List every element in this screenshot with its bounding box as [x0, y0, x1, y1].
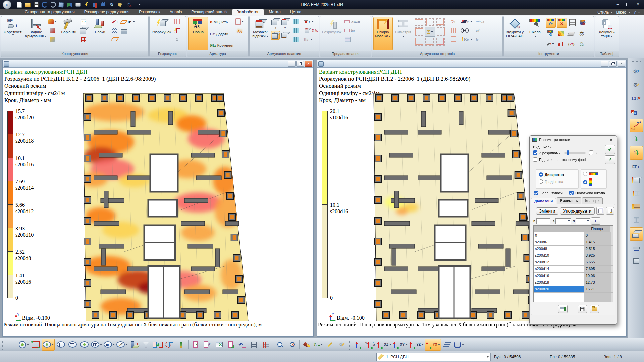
zoom-cancel-icon[interactable]: ✕ — [286, 339, 298, 350]
n-input[interactable] — [536, 218, 550, 224]
load-case-combo[interactable]: 1. РСН ДБН — [376, 353, 490, 361]
load-scale-icon[interactable] — [590, 305, 599, 313]
tab-calculation[interactable]: Розрахунок — [134, 9, 165, 15]
change-button[interactable]: Змінити — [536, 207, 558, 215]
table-row-selected[interactable]: s200d2015.71 — [534, 286, 613, 293]
initial-scale-checkbox[interactable]: Початкова шкала — [569, 191, 605, 195]
diagram-3d-icon[interactable] — [92, 2, 98, 8]
copy-icon[interactable] — [596, 207, 604, 215]
table-row[interactable]: s200d61.415 — [534, 239, 613, 246]
striped-cube-3-icon[interactable] — [292, 35, 300, 43]
fragment-swap-icon[interactable]: ⇄ — [152, 339, 163, 350]
select-node-button[interactable] — [18, 339, 30, 350]
striped-cube-2-icon[interactable] — [292, 26, 300, 35]
ef-add-icon[interactable]: EF+ — [630, 160, 643, 173]
view-pencil-button[interactable] — [116, 339, 128, 350]
left-window-titlebar[interactable]: – × — [3, 60, 313, 68]
tab-advanced-editing[interactable]: Розширене редагування — [79, 9, 135, 15]
percent-checkbox[interactable]: % — [589, 150, 598, 155]
panel-icon[interactable] — [630, 255, 643, 267]
blocks-button[interactable]: Блоки — [90, 17, 110, 50]
tab-reinforced-concrete[interactable]: Залізобетон — [232, 9, 264, 15]
child-restore-button[interactable] — [296, 61, 304, 67]
close-button[interactable]: × — [633, 1, 643, 8]
reinforce-wall-1-icon[interactable] — [48, 18, 56, 26]
model-view-canvas[interactable] — [371, 92, 545, 322]
select-polygon-icon[interactable] — [6, 339, 18, 350]
grid-sections-icon[interactable] — [173, 18, 181, 26]
dialog-help-button[interactable]: ? — [605, 155, 615, 164]
discrete-radio[interactable]: Дискретна — [539, 172, 578, 177]
cube-y-bottom-icon[interactable] — [281, 31, 289, 39]
full-rebar-button[interactable]: As Повна — [188, 17, 208, 50]
striped-cube-1-icon[interactable] — [292, 18, 300, 26]
toolbar-grip[interactable] — [349, 340, 352, 350]
axes-yz-button[interactable]: YZ — [409, 339, 424, 350]
with-breaks-checkbox[interactable]: З розривами — [533, 150, 561, 155]
section-corner-icon[interactable] — [435, 18, 445, 26]
settings-wrench-icon[interactable] — [117, 2, 123, 8]
given-reinforcement-button[interactable]: Заданеармування — [24, 17, 47, 50]
font-settings-icon[interactable]: i,xx.. Aa — [125, 2, 134, 8]
zoom-in-icon[interactable] — [275, 339, 286, 350]
tab-ranges[interactable]: Діапазони — [531, 198, 556, 204]
save-icon[interactable] — [33, 2, 39, 8]
epures-mosaic-button[interactable]: Епюри/мозаїка — [373, 17, 393, 50]
sigma-sum-icon[interactable]: Σ — [173, 35, 181, 43]
window-delete-icon[interactable]: ✕ — [213, 339, 225, 350]
solid-cube-icon[interactable] — [79, 26, 88, 35]
tab-colors[interactable]: Кольори — [582, 197, 603, 204]
color-stairs-icon[interactable] — [556, 29, 566, 38]
section-left-icon[interactable] — [414, 27, 424, 36]
plate-pin-icon[interactable] — [111, 35, 119, 43]
k-sigma-bars-button[interactable]: Kσ — [461, 35, 474, 43]
s-combo[interactable] — [555, 218, 571, 224]
section-bottom-icon[interactable] — [425, 37, 435, 46]
undo-icon[interactable] — [41, 2, 48, 8]
axes-3d-icon[interactable] — [353, 339, 364, 350]
d-combo[interactable] — [576, 218, 590, 224]
calculate-button[interactable]: Розрахунок — [151, 17, 172, 50]
values-on-diagram-icon[interactable]: 1.21.2 — [630, 119, 643, 132]
red-grid-icon[interactable] — [79, 35, 88, 43]
lightning-icon[interactable] — [83, 2, 90, 8]
lira-logo-icon[interactable]: ψ — [3, 0, 11, 9]
axes-yx-button[interactable]: YX — [425, 339, 441, 351]
add-range-button[interactable]: + — [591, 217, 600, 225]
tee-beam-3d-icon[interactable] — [630, 241, 643, 254]
table-row[interactable]: s200d1812.73 — [534, 279, 613, 286]
bar-thickness-button[interactable]: t — [461, 18, 474, 26]
axes-xy-button[interactable]: XY — [392, 339, 408, 350]
view-ef-button[interactable]: EF — [103, 339, 115, 350]
import-arrow-icon[interactable]: ⤵ — [630, 133, 643, 145]
tee-beam-icon[interactable] — [120, 26, 128, 35]
sort-delete-icon[interactable]: 1,2↓✕ — [630, 92, 643, 105]
fragment-select-icon[interactable] — [164, 339, 175, 350]
horizontal-bars-icon[interactable] — [449, 35, 458, 43]
lc-button[interactable]: lc — [475, 35, 485, 43]
element-delete-icon[interactable]: ✕ — [190, 339, 201, 350]
order-button[interactable]: Упорядкувати — [560, 207, 595, 215]
scales-balance-icon[interactable]: ⚖ — [577, 29, 586, 38]
axes-xyz-icon[interactable]: ZYX — [365, 339, 376, 350]
alpha-omega-button[interactable]: αωwd — [475, 18, 485, 26]
asw-u-button[interactable]: Asw/u — [343, 18, 361, 26]
additional-button[interactable]: CrДодатк. — [209, 30, 234, 38]
vertical-scale-radio[interactable] — [583, 178, 606, 186]
beam-3d-icon[interactable] — [630, 227, 643, 241]
scale-refresh-button[interactable]: ⟳ — [546, 18, 556, 28]
bricks-icon[interactable] — [630, 200, 643, 213]
dialog-close-button[interactable]: × — [608, 137, 614, 143]
select-sphere-button[interactable] — [42, 339, 55, 351]
ip-section-button[interactable]: IP — [120, 18, 136, 26]
dialog-ok-button[interactable]: ✔ — [605, 145, 615, 154]
tab-steel[interactable]: Метал — [264, 9, 285, 15]
frame-building-icon[interactable] — [249, 339, 260, 350]
paste-icon[interactable] — [606, 207, 614, 215]
symmetry-button[interactable]: Симетрія — [393, 17, 413, 50]
scale-delete-button[interactable]: ✕ — [557, 18, 567, 28]
add-rod-icon[interactable]: + — [111, 18, 119, 26]
lock-icon[interactable] — [100, 2, 106, 8]
section-right-icon[interactable] — [436, 27, 446, 36]
maximize-button[interactable] — [623, 1, 633, 8]
